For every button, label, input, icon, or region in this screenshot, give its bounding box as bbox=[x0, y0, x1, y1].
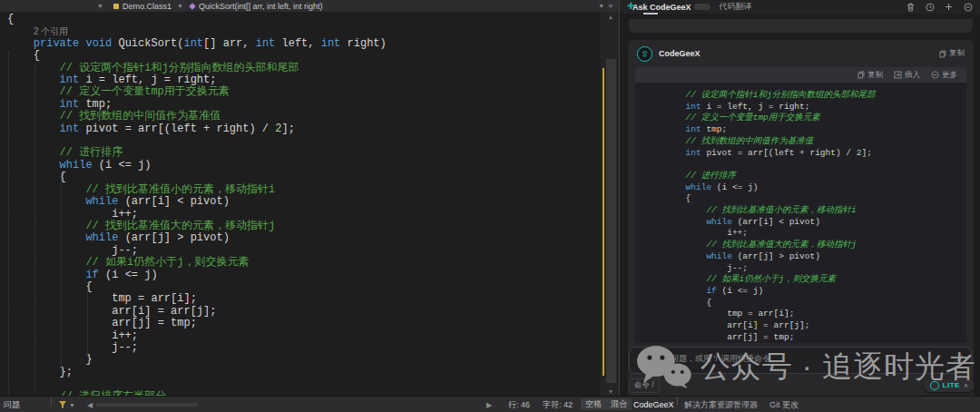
code-line: int tmp; bbox=[644, 124, 966, 136]
bottom-tab-codegeex[interactable]: CodeGeeX bbox=[633, 397, 674, 412]
tab-ask-label: Ask CodeGeeX bbox=[632, 3, 691, 12]
code-line: arr[i] = arr[j]; bbox=[644, 320, 966, 332]
code-line: // 设定两个指针i和j分别指向数组的头部和尾部 bbox=[7, 63, 601, 74]
code-line: int pivot = arr[(left + right) / 2]; bbox=[644, 148, 966, 160]
message-author: CodeGeeX bbox=[659, 49, 701, 58]
editor-navigation-bar: ▼ Demo.Class1 ▼ QuickSort(int[] arr, int… bbox=[0, 0, 619, 12]
copy-icon bbox=[939, 50, 946, 58]
panel-header: Ask CodeGeeX 代码翻译 bbox=[620, 0, 980, 14]
spaces-indicator[interactable]: 空格 bbox=[581, 398, 606, 410]
method-icon bbox=[189, 3, 196, 10]
command-hint-button[interactable]: 命令 / bbox=[629, 378, 660, 393]
scroll-right-icon[interactable]: ▶ bbox=[486, 397, 492, 412]
bottom-status-bar: 问题 ▼ ◀ ▶ 行: 46 字符: 42 空格 混合 CodeGeeX 解决方… bbox=[0, 396, 980, 412]
code-line: if (i <= j) bbox=[7, 270, 601, 281]
modified-lines-indicator bbox=[603, 68, 604, 376]
code-line: arr[j] = tmp; bbox=[644, 332, 966, 344]
message-copy-label: 复制 bbox=[949, 48, 965, 59]
code-line: { bbox=[644, 298, 966, 309]
statusbar-left-label[interactable]: 问题 bbox=[4, 397, 20, 412]
code-suggestion-block: 复制 插入 更多 // 设定两个指针i和j分别指向数组的头部和尾部 int i … bbox=[635, 67, 966, 343]
code-line: // 如果i仍然小于j，则交换元素 bbox=[7, 257, 601, 269]
trash-icon[interactable] bbox=[906, 2, 916, 12]
code-line: // 设定两个指针i和j分别指向数组的头部和尾部 bbox=[644, 90, 966, 102]
history-icon[interactable] bbox=[925, 2, 935, 12]
copy-code-label: 复制 bbox=[867, 70, 883, 81]
copy-icon bbox=[858, 71, 865, 79]
tab-code-translate[interactable]: 代码翻译 bbox=[720, 1, 752, 13]
beta-badge bbox=[694, 4, 710, 10]
code-line: { bbox=[7, 14, 601, 25]
indent-guide bbox=[61, 173, 62, 369]
code-line: tmp = arr[i]; bbox=[644, 309, 966, 320]
code-line: while (arr[j] > pivot) bbox=[644, 251, 966, 263]
filter-button[interactable]: ▼ bbox=[58, 397, 75, 412]
chevron-down-icon: ▼ bbox=[598, 3, 604, 9]
code-line bbox=[7, 378, 601, 390]
collapse-icon[interactable] bbox=[963, 2, 973, 12]
code-line: { bbox=[7, 281, 601, 293]
lite-mode-badge[interactable]: LITE ∧ bbox=[924, 379, 975, 392]
copy-code-button[interactable]: 复制 bbox=[858, 70, 883, 81]
project-dropdown[interactable]: ▼ bbox=[0, 0, 109, 12]
bottom-tab-git-changes[interactable]: Git 更改 bbox=[769, 397, 799, 412]
code-line: int i = left, j = right; bbox=[644, 102, 966, 113]
code-line: { bbox=[7, 172, 601, 183]
char-indicator: 字符: 42 bbox=[543, 397, 573, 412]
code-editor[interactable]: {2 个引用 private void QuickSort(int[] arr,… bbox=[0, 12, 601, 396]
chevron-down-icon: ▼ bbox=[69, 402, 75, 408]
method-dropdown-label: QuickSort(int[] arr, int left, int right… bbox=[199, 2, 323, 11]
tab-ask-codegeex[interactable]: Ask CodeGeeX bbox=[632, 3, 710, 12]
code-line: // 定义一个变量tmp用于交换元素 bbox=[644, 113, 966, 124]
scroll-left-icon[interactable]: ◀ bbox=[87, 397, 93, 412]
insert-code-button[interactable]: 插入 bbox=[894, 70, 920, 81]
divider bbox=[677, 397, 678, 406]
chevron-up-icon: ∧ bbox=[964, 382, 968, 389]
code-line: // 进行排序 bbox=[7, 147, 601, 159]
horizontal-scrollbar-thumb[interactable] bbox=[96, 403, 198, 407]
code-line: // 找到比基准值大的元素，移动指针j bbox=[7, 221, 601, 232]
line-indicator: 行: 46 bbox=[508, 397, 530, 412]
chat-input-placeholder: 输入你的问题，或用 '/' 调用快捷命令 bbox=[638, 353, 947, 365]
scrollbar-thumb[interactable] bbox=[606, 59, 616, 383]
indent-guide bbox=[8, 52, 9, 395]
code-line: if (i <= j) bbox=[644, 286, 966, 298]
assistant-message-card: CodeGeeX 复制 复制 插入 更多 bbox=[628, 40, 974, 396]
message-header: CodeGeeX 复制 bbox=[628, 40, 974, 67]
more-actions-button[interactable]: 更多 bbox=[931, 70, 957, 81]
active-tab-indicator bbox=[643, 13, 658, 15]
line-ending-indicator[interactable]: 混合 bbox=[606, 398, 632, 410]
scroll-down-icon[interactable]: ▼ bbox=[602, 388, 620, 395]
editor-code: {2 个引用 private void QuickSort(int[] arr,… bbox=[7, 14, 601, 396]
more-actions-label: 更多 bbox=[942, 70, 957, 81]
code-line: while (i <= j) bbox=[7, 160, 601, 172]
code-line: arr[j] = tmp; bbox=[7, 318, 601, 329]
code-line: // 找到数组的中间值作为基准值 bbox=[644, 136, 966, 148]
chat-input[interactable]: 输入你的问题，或用 '/' 调用快捷命令 bbox=[629, 347, 972, 374]
class-dropdown[interactable]: Demo.Class1 bbox=[109, 0, 175, 12]
method-dropdown[interactable]: QuickSort(int[] arr, int left, int right… bbox=[185, 0, 327, 12]
code-block-toolbar: 复制 插入 更多 bbox=[635, 67, 966, 83]
bottom-tab-solution-explorer[interactable]: 解决方案资源管理器 bbox=[684, 397, 758, 412]
code-line: // 找到比基准值小的元素，移动指针i bbox=[7, 184, 601, 196]
code-line: while (arr[i] < pivot) bbox=[644, 217, 966, 229]
code-line: i++; bbox=[7, 209, 601, 221]
send-icon[interactable] bbox=[953, 354, 964, 364]
code-line: { bbox=[7, 50, 601, 62]
pin-icon[interactable]: ✛ bbox=[608, 3, 613, 10]
codegeex-inline-button[interactable]: ✚ bbox=[627, 1, 634, 11]
vertical-scrollbar[interactable]: ▲ ▼ bbox=[601, 12, 619, 396]
code-line: while (i <= j) bbox=[644, 182, 966, 194]
new-chat-icon[interactable] bbox=[944, 2, 954, 12]
code-line: i++; bbox=[7, 330, 601, 342]
code-line: arr[i] = arr[j]; bbox=[7, 306, 601, 318]
code-line: while (arr[j] > pivot) bbox=[7, 232, 601, 244]
insert-icon bbox=[894, 71, 902, 79]
code-line: tmp = arr[i]; bbox=[7, 293, 601, 305]
scroll-up-icon[interactable]: ▲ bbox=[602, 14, 620, 20]
code-line: j--; bbox=[644, 263, 966, 275]
chevron-down-icon: ▼ bbox=[97, 3, 103, 9]
indent-guide bbox=[34, 64, 35, 391]
message-copy-button[interactable]: 复制 bbox=[939, 48, 965, 59]
codegeex-avatar bbox=[637, 46, 652, 62]
